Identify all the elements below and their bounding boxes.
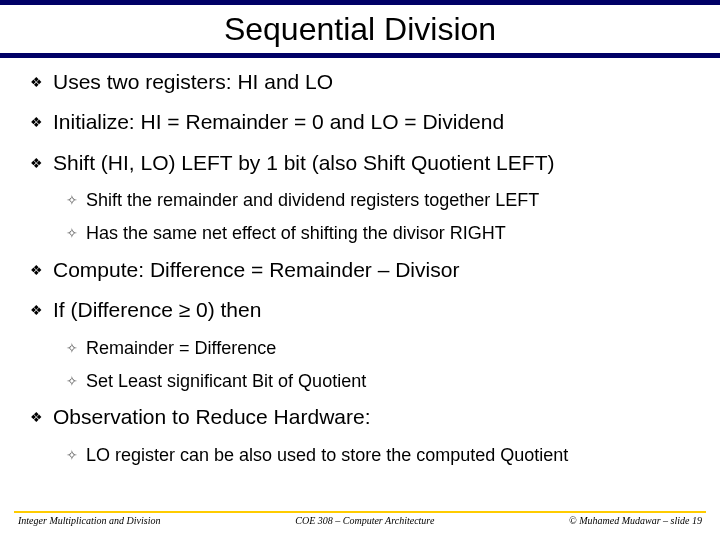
footer-left: Integer Multiplication and Division — [18, 515, 160, 526]
slide-content: ❖ Uses two registers: HI and LO ❖ Initia… — [0, 58, 720, 467]
sub-bullet-item: ✧ Has the same net effect of shifting th… — [66, 222, 702, 245]
bullet-text: Uses two registers: HI and LO — [53, 68, 333, 96]
sub-bullet-text: Set Least significant Bit of Quotient — [86, 370, 366, 393]
open-diamond-icon: ✧ — [66, 340, 78, 356]
diamond-bullet-icon: ❖ — [30, 262, 43, 278]
bullet-item: ❖ Compute: Difference = Remainder – Divi… — [30, 256, 702, 284]
title-bar: Sequential Division — [0, 0, 720, 58]
sub-bullet-item: ✧ Shift the remainder and dividend regis… — [66, 189, 702, 212]
footer-row: Integer Multiplication and Division COE … — [14, 515, 706, 526]
bullet-item: ❖ Observation to Reduce Hardware: — [30, 403, 702, 431]
bullet-item: ❖ Shift (HI, LO) LEFT by 1 bit (also Shi… — [30, 149, 702, 177]
diamond-bullet-icon: ❖ — [30, 114, 43, 130]
sub-bullet-text: Has the same net effect of shifting the … — [86, 222, 506, 245]
bullet-item: ❖ Uses two registers: HI and LO — [30, 68, 702, 96]
bullet-text: Observation to Reduce Hardware: — [53, 403, 371, 431]
open-diamond-icon: ✧ — [66, 192, 78, 208]
open-diamond-icon: ✧ — [66, 447, 78, 463]
bullet-text: Shift (HI, LO) LEFT by 1 bit (also Shift… — [53, 149, 554, 177]
footer-right: © Muhamed Mudawar – slide 19 — [569, 515, 702, 526]
slide-title: Sequential Division — [0, 5, 720, 54]
sub-bullet-text: LO register can be also used to store th… — [86, 444, 568, 467]
sub-bullet-item: ✧ Remainder = Difference — [66, 337, 702, 360]
slide-footer: Integer Multiplication and Division COE … — [0, 511, 720, 526]
diamond-bullet-icon: ❖ — [30, 155, 43, 171]
sub-bullet-text: Remainder = Difference — [86, 337, 276, 360]
bullet-item: ❖ If (Difference ≥ 0) then — [30, 296, 702, 324]
footer-divider — [14, 511, 706, 513]
open-diamond-icon: ✧ — [66, 225, 78, 241]
sub-bullet-item: ✧ LO register can be also used to store … — [66, 444, 702, 467]
sub-bullet-item: ✧ Set Least significant Bit of Quotient — [66, 370, 702, 393]
diamond-bullet-icon: ❖ — [30, 409, 43, 425]
bullet-text: Compute: Difference = Remainder – Diviso… — [53, 256, 459, 284]
bullet-text: If (Difference ≥ 0) then — [53, 296, 261, 324]
bullet-text: Initialize: HI = Remainder = 0 and LO = … — [53, 108, 504, 136]
footer-center: COE 308 – Computer Architecture — [295, 515, 434, 526]
bullet-item: ❖ Initialize: HI = Remainder = 0 and LO … — [30, 108, 702, 136]
open-diamond-icon: ✧ — [66, 373, 78, 389]
sub-bullet-text: Shift the remainder and dividend registe… — [86, 189, 539, 212]
diamond-bullet-icon: ❖ — [30, 74, 43, 90]
diamond-bullet-icon: ❖ — [30, 302, 43, 318]
